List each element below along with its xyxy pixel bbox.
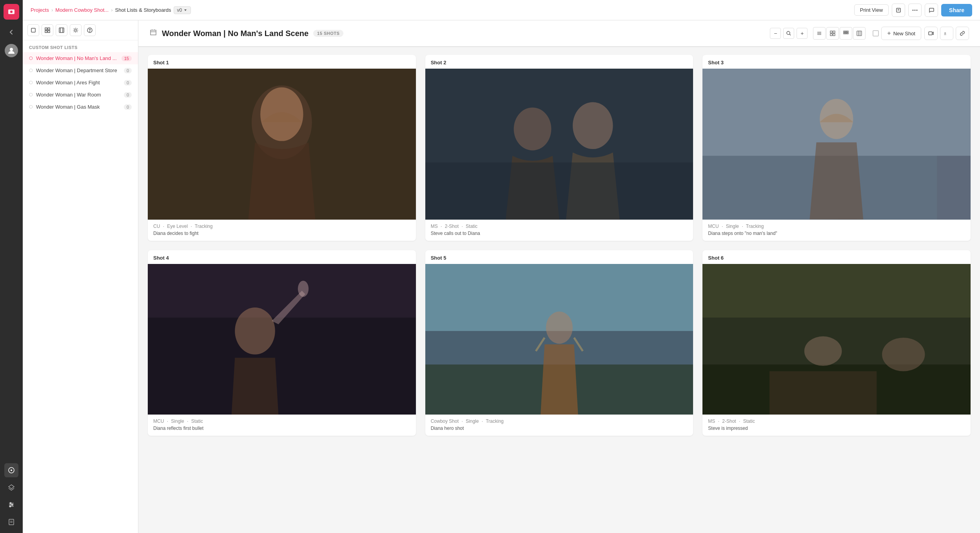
svg-rect-39: [833, 34, 835, 36]
svg-point-56: [573, 102, 613, 149]
svg-rect-20: [31, 28, 35, 32]
sidebar-tool-help[interactable]: [84, 24, 96, 36]
shot-image-4: [148, 264, 416, 415]
zoom-out-button[interactable]: −: [770, 28, 781, 39]
breadcrumb-sep-1: ›: [51, 7, 53, 13]
shot-grid: Shot 1 CU · Eye Level · Tracking Diana d…: [138, 47, 980, 444]
shot-meta-1: CU · Eye Level · Tracking: [153, 224, 410, 229]
sidebar-tool-grid[interactable]: [42, 24, 53, 36]
shot-image-2: [425, 69, 693, 220]
icon-sidebar: [0, 0, 23, 533]
nav-icon-book[interactable]: [4, 515, 18, 529]
shot-number-5: Shot 5: [425, 250, 693, 264]
shot-card-3[interactable]: Shot 3 MCU · Single · Tracking Diana ste…: [702, 55, 971, 241]
nav-icon-sliders[interactable]: [4, 498, 18, 512]
svg-point-17: [913, 9, 914, 11]
export-button[interactable]: [892, 4, 905, 17]
shot-meta-4: MCU · Single · Static: [153, 418, 410, 424]
shot-image-1: [148, 69, 416, 220]
shot-list-icon-4: ⬡: [29, 104, 33, 109]
sidebar-tool-settings[interactable]: [70, 24, 82, 36]
view-mode-grid3[interactable]: [840, 27, 852, 40]
shot-desc-1: Diana decides to fight: [153, 231, 410, 236]
comment-button[interactable]: [925, 4, 938, 17]
shot-list-label-4: Wonder Woman | Gas Mask: [36, 104, 121, 110]
view-mode-list[interactable]: [813, 27, 826, 40]
view-mode-buttons: [813, 27, 866, 40]
shot-list-count-2: 0: [124, 80, 132, 85]
app-logo[interactable]: [4, 4, 19, 20]
sidebar-tool-list[interactable]: [27, 24, 39, 36]
more-options-button[interactable]: [908, 4, 922, 17]
video-button[interactable]: [924, 27, 938, 40]
svg-line-32: [789, 34, 791, 35]
user-avatar[interactable]: [5, 44, 18, 57]
sidebar-tool-columns[interactable]: [56, 24, 67, 36]
svg-point-28: [75, 29, 77, 31]
version-label: v0: [177, 7, 182, 13]
shot-list-item-war-room[interactable]: ⬡ Wonder Woman | War Room 0: [23, 89, 138, 101]
zoom-in-button[interactable]: +: [797, 28, 808, 39]
plus-minus-button[interactable]: ±: [940, 27, 953, 40]
shot-list-count-3: 0: [124, 92, 132, 98]
svg-rect-44: [846, 33, 847, 34]
link-button[interactable]: [956, 27, 969, 40]
shot-card-6[interactable]: Shot 6 MS · 2-Shot · Static Steve is imp…: [702, 250, 971, 436]
svg-point-63: [235, 307, 275, 355]
nav-icon-compass[interactable]: [4, 463, 18, 477]
shot-number-2: Shot 2: [425, 55, 693, 69]
shot-footer-3: MCU · Single · Tracking Diana steps onto…: [702, 220, 971, 241]
header-right-section: − +: [770, 27, 969, 40]
svg-point-9: [11, 504, 13, 506]
shot-meta-2: MS · 2-Shot · Static: [431, 224, 688, 229]
svg-point-64: [298, 280, 309, 297]
print-view-button[interactable]: Print View: [854, 4, 889, 16]
svg-point-10: [9, 506, 11, 507]
shot-list-icon-3: ⬡: [29, 92, 33, 97]
breadcrumb-project[interactable]: Modern Cowboy Shot...: [55, 7, 109, 13]
svg-rect-22: [48, 28, 50, 30]
shot-list-item-department-store[interactable]: ⬡ Wonder Woman | Department Store 0: [23, 64, 138, 76]
breadcrumb-sep-2: ›: [111, 7, 113, 13]
svg-text:±: ±: [944, 31, 946, 36]
select-all-checkbox[interactable]: [873, 30, 879, 36]
shot-card-4[interactable]: Shot 4 MCU · Single · Static Diana refle…: [148, 250, 416, 436]
svg-rect-11: [9, 519, 14, 525]
svg-point-31: [787, 31, 790, 35]
nav-icon-layers[interactable]: [4, 480, 18, 495]
svg-rect-41: [846, 31, 847, 32]
topbar: Projects › Modern Cowboy Shot... › Shot …: [23, 0, 980, 20]
svg-rect-70: [702, 264, 971, 318]
back-icon[interactable]: [4, 25, 18, 39]
shot-list-item-no-mans-land[interactable]: ⬡ Wonder Woman | No Man's Land ... 15: [23, 52, 138, 64]
svg-rect-46: [857, 31, 862, 36]
view-mode-columns[interactable]: [853, 27, 866, 40]
shot-number-3: Shot 3: [702, 55, 971, 69]
svg-rect-42: [847, 31, 848, 32]
shot-image-3: [702, 69, 971, 220]
shot-meta-3: MCU · Single · Tracking: [708, 224, 965, 229]
shot-desc-2: Steve calls out to Diana: [431, 231, 688, 236]
svg-point-1: [10, 11, 13, 13]
shot-card-5[interactable]: Shot 5 Cowboy Shot · Single · Tracking D…: [425, 250, 693, 436]
zoom-fit-button[interactable]: [783, 28, 794, 39]
shot-card-2[interactable]: Shot 2 MS · 2-Shot · Static Steve calls …: [425, 55, 693, 241]
new-shot-button[interactable]: + New Shot: [881, 27, 921, 40]
version-badge[interactable]: v0: [174, 6, 191, 14]
shot-card-1[interactable]: Shot 1 CU · Eye Level · Tracking Diana d…: [148, 55, 416, 241]
breadcrumb-projects[interactable]: Projects: [31, 7, 49, 13]
shots-badge: 15 SHOTS: [313, 30, 343, 37]
view-mode-grid2[interactable]: [826, 27, 839, 40]
shot-footer-1: CU · Eye Level · Tracking Diana decides …: [148, 220, 416, 241]
share-button[interactable]: Share: [941, 4, 972, 16]
svg-point-55: [514, 107, 551, 150]
svg-rect-37: [833, 31, 835, 33]
shot-meta-6: MS · 2-Shot · Static: [708, 418, 965, 424]
svg-rect-24: [48, 31, 50, 33]
shot-list-item-gas-mask[interactable]: ⬡ Wonder Woman | Gas Mask 0: [23, 101, 138, 113]
shot-list-icon-2: ⬡: [29, 80, 33, 85]
svg-rect-57: [425, 162, 693, 219]
shot-list-item-ares-fight[interactable]: ⬡ Wonder Woman | Ares Fight 0: [23, 76, 138, 89]
svg-rect-38: [830, 34, 832, 36]
svg-point-68: [546, 311, 572, 344]
